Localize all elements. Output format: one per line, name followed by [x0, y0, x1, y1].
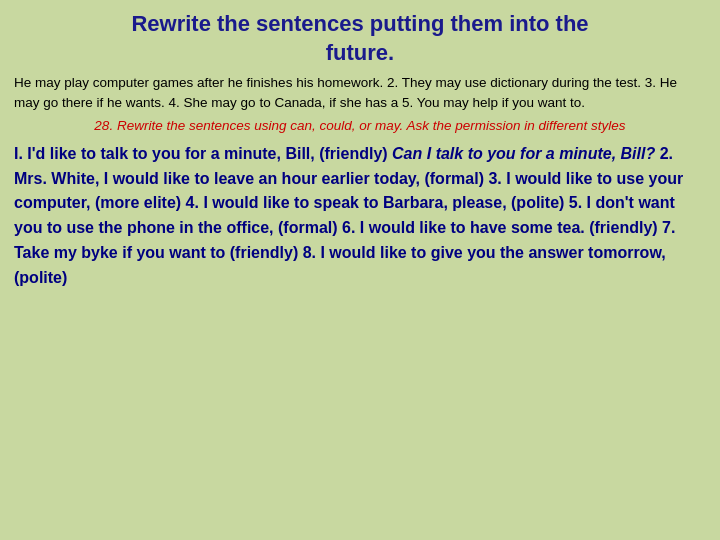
italic-example: Can I talk to you for a minute, Bill?: [392, 145, 655, 162]
title-line2: future.: [326, 40, 394, 65]
title-line1: Rewrite the sentences putting them into …: [131, 11, 588, 36]
page-container: Rewrite the sentences putting them into …: [0, 0, 720, 540]
instruction-content: 28. Rewrite the sentences using can, cou…: [94, 118, 625, 133]
page-title: Rewrite the sentences putting them into …: [14, 10, 706, 67]
intro-text: He may play computer games after he fini…: [14, 73, 706, 112]
intro-content: He may play computer games after he fini…: [14, 75, 677, 110]
main-exercise: I. I'd like to talk to you for a minute,…: [14, 142, 706, 291]
instruction-line: 28. Rewrite the sentences using can, cou…: [14, 116, 706, 136]
